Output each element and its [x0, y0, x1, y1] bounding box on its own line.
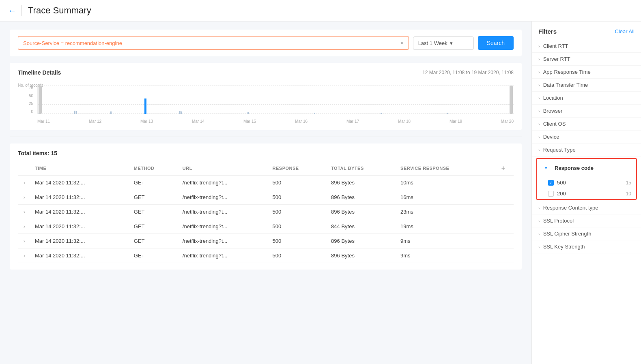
- col-method: METHOD: [130, 161, 179, 176]
- filter-items-after-group: › Response Content type › SSL Protocol ›…: [532, 201, 641, 253]
- chevron-right-icon: ›: [538, 148, 540, 152]
- cell-method: GET: [130, 234, 179, 248]
- filter-option-200[interactable]: 200 10: [537, 188, 636, 199]
- chart-bars: [38, 86, 514, 114]
- expand-icon[interactable]: ›: [18, 176, 31, 190]
- expand-icon[interactable]: ›: [18, 190, 31, 205]
- x-label-mar19: Mar 19: [450, 119, 462, 124]
- header: ← Trace Summary: [0, 0, 641, 21]
- time-range-select[interactable]: Last 1 Week ▾: [413, 36, 474, 50]
- x-axis: Mar 11 Mar 12 Mar 13 Mar 14 Mar 15 Mar 1…: [37, 119, 514, 124]
- cell-response: 500: [269, 234, 327, 248]
- cell-time: Mar 14 2020 11:32:...: [31, 248, 130, 263]
- main-layout: Source-Service = recommendation-engine ×…: [0, 21, 641, 364]
- sidebar-item-location[interactable]: › Location: [532, 92, 641, 105]
- x-label-mar12: Mar 12: [89, 119, 101, 124]
- filter-item-label: Client RTT: [543, 43, 568, 49]
- search-tag: Source-Service = recommendation-engine: [23, 40, 122, 46]
- cell-time: Mar 14 2020 11:32:...: [31, 219, 130, 234]
- option-200-label: 200: [557, 191, 566, 197]
- sidebar-item-app-response-time[interactable]: › App Response Time: [532, 66, 641, 79]
- chart-inner: [37, 86, 514, 114]
- filter-item-label: SSL Key Strength: [543, 244, 585, 250]
- checkbox-500[interactable]: [548, 180, 554, 186]
- bar: [314, 113, 315, 114]
- sidebar-item-ssl-key-strength[interactable]: › SSL Key Strength: [532, 240, 641, 253]
- expand-col-header: [18, 161, 31, 176]
- option-500-count: 15: [626, 180, 631, 186]
- cell-method: GET: [130, 219, 179, 234]
- table-row[interactable]: › Mar 14 2020 11:32:... GET /netflix-tre…: [18, 234, 514, 248]
- sidebar-header: Filters Clear All: [532, 28, 641, 40]
- cell-url: /netflix-trending?t...: [179, 176, 269, 190]
- cell-service-response: 23ms: [396, 205, 493, 219]
- table-row[interactable]: › Mar 14 2020 11:32:... GET /netflix-tre…: [18, 176, 514, 190]
- sidebar-item-client-rtt[interactable]: › Client RTT: [532, 40, 641, 53]
- filter-item-label: App Response Time: [543, 69, 591, 75]
- cell-bytes: 896 Bytes: [327, 205, 396, 219]
- x-label-mar16: Mar 16: [295, 119, 308, 124]
- cell-url: /netflix-trending?t...: [179, 248, 269, 263]
- sidebar-item-server-rtt[interactable]: › Server RTT: [532, 53, 641, 66]
- cell-method: GET: [130, 190, 179, 205]
- sidebar-item-request-type[interactable]: › Request Type: [532, 143, 641, 156]
- chevron-right-icon: ›: [538, 96, 540, 101]
- timeline-header: Timeline Details 12 Mar 2020, 11:08 to 1…: [18, 69, 514, 76]
- cell-extra: [493, 248, 514, 263]
- table-row[interactable]: › Mar 14 2020 11:32:... GET /netflix-tre…: [18, 190, 514, 205]
- chevron-right-icon: ›: [538, 70, 540, 75]
- clear-search-icon[interactable]: ×: [400, 40, 403, 46]
- cell-time: Mar 14 2020 11:32:...: [31, 176, 130, 190]
- bar: [447, 113, 448, 114]
- clear-all-button[interactable]: Clear All: [615, 28, 635, 34]
- x-label-mar13: Mar 13: [140, 119, 153, 124]
- sidebar-item-response-content-type[interactable]: › Response Content type: [532, 201, 641, 214]
- cell-extra: [493, 219, 514, 234]
- filter-item-label: Request Type: [543, 147, 576, 153]
- cell-response: 500: [269, 205, 327, 219]
- cell-url: /netflix-trending?t...: [179, 219, 269, 234]
- cell-service-response: 9ms: [396, 234, 493, 248]
- expand-icon[interactable]: ›: [18, 205, 31, 219]
- cell-response: 500: [269, 176, 327, 190]
- sidebar-item-ssl-cipher-strength[interactable]: › SSL Cipher Strength: [532, 227, 641, 240]
- back-button[interactable]: ←: [8, 6, 16, 15]
- cell-time: Mar 14 2020 11:32:...: [31, 205, 130, 219]
- table-row[interactable]: › Mar 14 2020 11:32:... GET /netflix-tre…: [18, 205, 514, 219]
- y-value-0: 0: [18, 109, 36, 114]
- search-input[interactable]: [122, 40, 397, 46]
- slider-right-handle[interactable]: [510, 86, 513, 114]
- sidebar-item-client-os[interactable]: › Client OS: [532, 118, 641, 131]
- table-section: Total items: 15 TIME METHOD URL RESPONSE…: [10, 143, 522, 270]
- col-service-response: SERVICE RESPONSE: [396, 161, 493, 176]
- filter-item-label: Response Content type: [543, 205, 598, 211]
- sidebar-item-device[interactable]: › Device: [532, 131, 641, 143]
- timeline-date-range: 12 Mar 2020, 11:08 to 19 Mar 2020, 11:08: [422, 70, 514, 75]
- filter-item-label: Data Transfer Time: [543, 82, 588, 88]
- x-label-mar18: Mar 18: [398, 119, 411, 124]
- filter-item-label: Device: [543, 134, 559, 140]
- col-url: URL: [179, 161, 269, 176]
- search-input-wrap[interactable]: Source-Service = recommendation-engine ×: [18, 36, 409, 50]
- expand-icon[interactable]: ›: [18, 248, 31, 263]
- filter-option-500[interactable]: 500 15: [537, 177, 636, 188]
- sidebar-item-ssl-protocol[interactable]: › SSL Protocol: [532, 214, 641, 227]
- expand-icon[interactable]: ›: [18, 219, 31, 234]
- add-column-button[interactable]: +: [493, 161, 514, 176]
- table-row[interactable]: › Mar 14 2020 11:32:... GET /netflix-tre…: [18, 219, 514, 234]
- slider-left-handle[interactable]: [39, 86, 42, 114]
- chevron-right-icon: ›: [538, 244, 540, 249]
- sidebar-item-browser[interactable]: › Browser: [532, 105, 641, 118]
- response-code-header[interactable]: ▾ Response code: [537, 159, 636, 177]
- chevron-down-icon: ▾: [541, 162, 551, 174]
- search-button[interactable]: Search: [478, 36, 514, 50]
- checkbox-200[interactable]: [548, 191, 554, 197]
- table-row[interactable]: › Mar 14 2020 11:32:... GET /netflix-tre…: [18, 248, 514, 263]
- chevron-down-icon: ▾: [450, 40, 453, 46]
- sidebar-item-data-transfer-time[interactable]: › Data Transfer Time: [532, 79, 641, 92]
- bar: [76, 111, 77, 114]
- cell-method: GET: [130, 205, 179, 219]
- chevron-right-icon: ›: [538, 206, 540, 210]
- expand-icon[interactable]: ›: [18, 234, 31, 248]
- option-500-left: 500: [548, 180, 566, 186]
